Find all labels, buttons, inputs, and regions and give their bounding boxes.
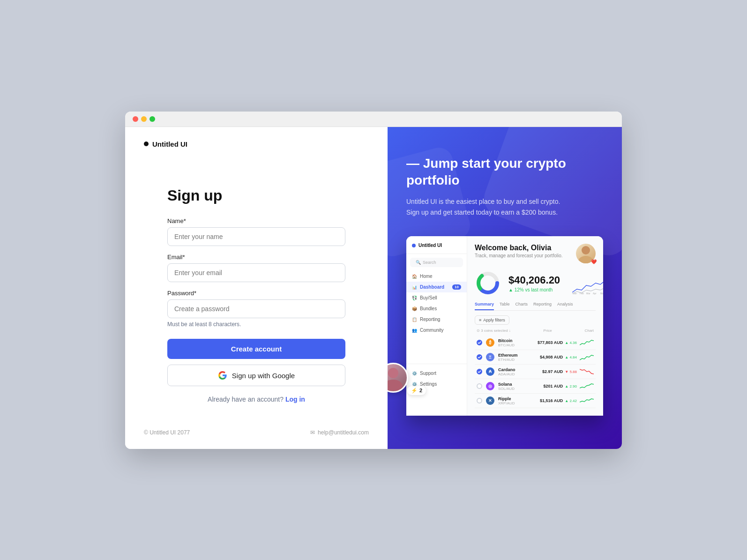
search-icon: 🔍 [416, 260, 421, 265]
portfolio-value: $40,206.20 ▲ 12% vs last month [508, 274, 560, 292]
email-address: help@untitledui.com [318, 429, 369, 436]
promo-description: Untitled UI is the easiest place to buy … [406, 196, 603, 217]
sidebar-item-bundles[interactable]: 📦 Bundles [406, 303, 467, 314]
google-icon [218, 371, 227, 380]
google-signup-button[interactable]: Sign up with Google [167, 365, 345, 386]
dashboard-brand: Untitled UI [406, 243, 467, 254]
cardano-sparkline [580, 367, 594, 376]
solana-icon: ◎ [486, 382, 494, 390]
chart-col-header: Chart [584, 329, 594, 333]
page-title: Sign up [167, 187, 345, 204]
ethereum-price-section: $4,908 AUD ▲ 4.84 [540, 352, 594, 362]
left-panel: Untitled UI Sign up Name* Email* Passwor… [125, 127, 388, 449]
apply-filters-button[interactable]: ≡ Apply filters [475, 315, 509, 325]
browser-window: Untitled UI Sign up Name* Email* Passwor… [125, 112, 622, 449]
coin-row-ethereum: Ξ Ethereum ETH/AUD $4,908 AUD ▲ 4.84 [475, 350, 596, 365]
ethereum-checkbox[interactable] [477, 354, 482, 360]
ripple-info: Ripple XRP/AUD [498, 396, 515, 405]
browser-dot-red[interactable] [133, 116, 138, 122]
name-input[interactable] [167, 227, 345, 246]
browser-dot-green[interactable] [149, 116, 155, 122]
dashboard-welcome: Welcome back, Olivia Track, manage and f… [475, 244, 563, 258]
search-placeholder: Search [423, 260, 436, 265]
bitcoin-checkbox[interactable] [477, 340, 482, 345]
sidebar-item-dashboard[interactable]: 📊 Dashboard 10 [406, 282, 467, 292]
ethereum-sparkline [580, 352, 594, 362]
tab-reporting[interactable]: Reporting [533, 302, 552, 310]
support-icon: ⚙️ [412, 371, 417, 376]
password-label: Password* [167, 290, 345, 297]
bitcoin-icon: ₿ [486, 338, 494, 347]
password-hint: Must be at least 8 characters. [167, 321, 345, 328]
bundles-icon: 📦 [412, 306, 417, 311]
password-input[interactable] [167, 299, 345, 318]
name-field-group: Name* [167, 217, 345, 246]
tab-analysis[interactable]: Analysis [557, 302, 573, 310]
google-button-label: Sign up with Google [232, 372, 295, 380]
footer-email: ✉ help@untitledui.com [310, 429, 369, 436]
coins-table-header: ⊙ 3 coins selected ↓ Price Chart [475, 329, 596, 333]
create-account-button[interactable]: Create account [167, 339, 345, 359]
coin-row-bitcoin: ₿ Bitcoin BTC/AUD $77,803 AUD ▲ 4.36 [475, 336, 596, 350]
sidebar-item-community[interactable]: 👥 Community [406, 325, 467, 336]
mail-icon: ✉ [310, 429, 315, 436]
dashboard-icon: 📊 [412, 285, 417, 290]
footer: © Untitled UI 2077 ✉ help@untitledui.com [144, 420, 369, 436]
promo-tagline: — Jump start your crypto portfolio [406, 155, 603, 189]
email-input[interactable] [167, 263, 345, 282]
badge-icon: ⚡ [411, 388, 418, 394]
welcome-subtitle: Track, manage and forecast your portfoli… [475, 253, 563, 258]
price-col-header: Price [544, 329, 552, 333]
filter-icon: ≡ [479, 318, 481, 322]
svg-text:Jan: Jan [573, 292, 577, 295]
cardano-checkbox[interactable] [477, 369, 482, 374]
dashboard-preview: Untitled UI 🔍 Search 🏠 Home 📊 Dashboard [406, 236, 603, 416]
login-prompt: Already have an account? Log in [167, 396, 345, 403]
sidebar-item-home[interactable]: 🏠 Home [406, 271, 467, 282]
buysell-icon: 💱 [412, 296, 417, 300]
ripple-sparkline [580, 396, 594, 405]
ripple-icon: ✕ [486, 396, 494, 405]
heart-icon: ❤️ [591, 259, 597, 264]
ripple-price-section: $1,516 AUD ▲ 2.42 [540, 396, 594, 405]
bitcoin-info: Bitcoin BTC/AUD [498, 338, 515, 347]
tab-table[interactable]: Table [500, 302, 510, 310]
email-field-group: Email* [167, 254, 345, 282]
coin-row-solana: ◎ Solana SOL/AUD $201 AUD ▲ 2.90 [475, 379, 596, 394]
tab-charts[interactable]: Charts [515, 302, 528, 310]
sidebar-item-buysell[interactable]: 💱 Buy/Sell [406, 292, 467, 303]
sidebar-item-reporting[interactable]: 📋 Reporting [406, 314, 467, 325]
solana-price-section: $201 AUD ▲ 2.90 [544, 381, 594, 391]
brand-name: Untitled UI [152, 140, 187, 148]
badge-count: 2 [419, 388, 422, 393]
avatar-wrapper: ❤️ [576, 244, 596, 263]
email-label: Email* [167, 254, 345, 261]
dashboard-tabs: Summary Table Charts Reporting Analysis [475, 302, 596, 311]
community-icon: 👥 [412, 328, 417, 333]
cardano-info: Cardano ADA/AUD [498, 367, 515, 376]
dashboard-brand-dot [412, 244, 416, 247]
portfolio-donut-chart [475, 270, 501, 296]
form-section: Sign up Name* Email* Password* Must be a… [167, 171, 345, 420]
tab-summary[interactable]: Summary [475, 302, 494, 310]
dashboard-search[interactable]: 🔍 Search [410, 258, 463, 267]
brand-logo: Untitled UI [144, 140, 369, 148]
reporting-icon: 📋 [412, 317, 417, 322]
welcome-title: Welcome back, Olivia [475, 244, 563, 252]
ripple-checkbox[interactable] [477, 398, 482, 403]
password-field-group: Password* Must be at least 8 characters. [167, 290, 345, 328]
ethereum-info: Ethereum ETH/AUD [498, 353, 518, 362]
solana-checkbox[interactable] [477, 383, 482, 389]
solana-info: Solana SOL/AUD [498, 382, 515, 391]
svg-point-11 [388, 380, 403, 391]
home-icon: 🏠 [412, 274, 417, 279]
svg-text:Apr: Apr [593, 292, 597, 295]
main-content: Untitled UI Sign up Name* Email* Passwor… [125, 127, 622, 449]
copyright-text: © Untitled UI 2077 [144, 429, 190, 436]
browser-dot-yellow[interactable] [141, 116, 147, 122]
sidebar-item-support[interactable]: ⚙️ Support [406, 368, 467, 379]
login-link[interactable]: Log in [285, 396, 305, 403]
bitcoin-sparkline [580, 338, 594, 347]
bitcoin-price-section: $77,803 AUD ▲ 4.36 [538, 338, 594, 347]
floating-avatar [388, 363, 408, 393]
